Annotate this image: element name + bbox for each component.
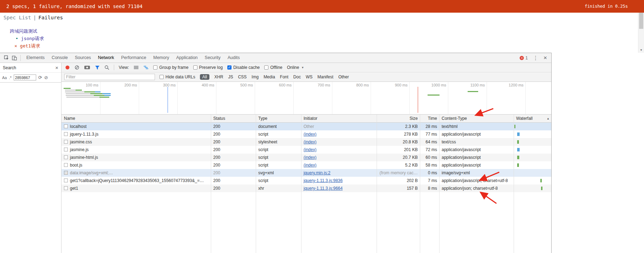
failures-link[interactable]: Failures: [38, 15, 63, 20]
timeline-gridline: [139, 82, 139, 114]
filter-type-js[interactable]: JS: [228, 74, 233, 79]
resource-icon: [64, 155, 68, 159]
search-input[interactable]: [14, 74, 36, 80]
timeline-label: 400 ms: [192, 83, 214, 87]
kebab-menu-icon[interactable]: ⋮: [533, 55, 538, 61]
cell-size: 201 KB: [377, 146, 420, 154]
cell-status: 200: [211, 154, 256, 161]
spec-link[interactable]: jsonp请求: [21, 36, 44, 41]
page-scrollbar[interactable]: ▼: [638, 13, 644, 53]
tab-application[interactable]: Application: [173, 53, 201, 63]
table-row[interactable]: get1?callback=jQuery11130462947928343506…: [61, 177, 551, 184]
error-count-badge[interactable]: × 1: [520, 56, 528, 60]
throttling-dropdown[interactable]: Online ▼: [287, 65, 304, 70]
filter-type-all[interactable]: All: [200, 74, 209, 80]
filter-type-doc[interactable]: Doc: [293, 74, 301, 79]
checkbox-disable-cache[interactable]: ✓Disable cache: [227, 65, 260, 70]
domcontentloaded-event-line: [168, 87, 168, 113]
cell-size: 202 B: [377, 177, 420, 184]
devtools-close-icon[interactable]: ×: [544, 54, 547, 61]
cell-content-type: image/svg+xml: [439, 169, 514, 177]
table-row[interactable]: jasmine-html.js200script(index)20.7 KB60…: [61, 154, 551, 161]
filter-type-css[interactable]: CSS: [238, 74, 247, 79]
clear-search-icon[interactable]: ⊘: [44, 75, 48, 80]
device-toolbar-icon[interactable]: [11, 54, 18, 62]
column-header-time[interactable]: Time: [420, 115, 439, 122]
initiator-link[interactable]: jquery.min.js:2: [304, 170, 330, 175]
hide-data-urls-checkbox[interactable]: Hide data URLs: [160, 74, 195, 79]
column-header-type[interactable]: Type: [256, 115, 301, 122]
checkbox-offline[interactable]: Offline: [264, 65, 282, 70]
column-header-size[interactable]: Size: [377, 115, 420, 122]
search-magnifier-icon[interactable]: [104, 65, 109, 70]
tab-security[interactable]: Security: [201, 53, 224, 63]
devtools-tabs: ElementsConsoleSourcesNetworkPerformance…: [23, 53, 243, 63]
initiator-link[interactable]: (index): [304, 147, 317, 152]
filter-type-font[interactable]: Font: [280, 74, 288, 79]
filter-type-other[interactable]: Other: [338, 74, 349, 79]
tab-audits[interactable]: Audits: [224, 53, 243, 63]
checkbox-box[interactable]: [160, 75, 164, 79]
table-row[interactable]: jasmine.css200stylesheet(index)20.8 KB64…: [61, 138, 551, 146]
screenshot-camera-icon[interactable]: [84, 65, 90, 70]
table-row[interactable]: data:image/svg+xml;…200svg+xmljquery.min…: [61, 169, 551, 177]
filter-input[interactable]: [64, 74, 155, 80]
table-row[interactable]: jquery-1.11.3.js200script(index)278 KB77…: [61, 130, 551, 138]
chevron-down-icon: ▼: [301, 66, 304, 69]
tab-elements[interactable]: Elements: [23, 53, 48, 63]
column-header-status[interactable]: Status: [211, 115, 256, 122]
checkbox-label: Group by frame: [159, 65, 188, 70]
match-case-toggle[interactable]: Aa: [2, 76, 7, 80]
refresh-icon[interactable]: ⟳: [38, 75, 42, 80]
cell-waterfall: [514, 177, 551, 184]
column-header-name[interactable]: Name: [61, 115, 211, 122]
clear-icon[interactable]: [74, 65, 79, 70]
page-scrollbar-thumb[interactable]: [639, 13, 643, 29]
table-row[interactable]: boot.js200script(index)5.2 KB58 msapplic…: [61, 161, 551, 169]
checkbox-group-by-frame[interactable]: Group by frame: [153, 65, 188, 70]
column-header-initiator[interactable]: Initiator: [301, 115, 377, 122]
column-header-waterfall[interactable]: Waterfall: [514, 115, 551, 122]
table-row[interactable]: get1200xhrjquery-1.11.3.js:9664157 B8 ms…: [61, 184, 551, 192]
filter-type-xhr[interactable]: XHR: [214, 74, 223, 79]
table-row[interactable]: localhost200documentOther2.3 KB28 mstext…: [61, 123, 551, 130]
checkbox-preserve-log[interactable]: Preserve log: [193, 65, 223, 70]
filter-type-media[interactable]: Media: [264, 74, 275, 79]
show-overview-icon[interactable]: [143, 65, 149, 70]
suite-link[interactable]: 跨域问题测试: [10, 28, 44, 34]
request-rows-view-icon[interactable]: [134, 65, 139, 70]
tab-network[interactable]: Network: [95, 53, 118, 63]
column-header-content-type[interactable]: Content-Type: [439, 115, 514, 122]
record-icon[interactable]: [65, 65, 70, 70]
filter-type-img[interactable]: Img: [252, 74, 259, 79]
initiator-link[interactable]: (index): [304, 132, 317, 137]
checkbox-box[interactable]: [264, 65, 268, 70]
checkbox-box[interactable]: [153, 65, 157, 70]
spec-item-failed[interactable]: ×get1请求: [15, 43, 44, 49]
filter-funnel-icon[interactable]: [95, 65, 100, 70]
tab-console[interactable]: Console: [48, 53, 71, 63]
tab-performance[interactable]: Performance: [118, 53, 150, 63]
initiator-link[interactable]: jquery-1.11.3.js:9836: [304, 178, 343, 183]
spec-item-passed[interactable]: •jsonp请求: [15, 35, 44, 42]
initiator-link[interactable]: (index): [304, 155, 317, 160]
tab-sources[interactable]: Sources: [71, 53, 95, 63]
table-row[interactable]: jasmine.js200script(index)201 KB72 msapp…: [61, 146, 551, 154]
spec-link[interactable]: get1请求: [20, 43, 40, 48]
inspect-element-icon[interactable]: [3, 54, 11, 62]
initiator-link[interactable]: jquery-1.11.3.js:9664: [304, 186, 343, 191]
scroll-down-icon[interactable]: ▼: [638, 47, 644, 53]
checkbox-box[interactable]: ✓: [227, 65, 232, 70]
initiator-link[interactable]: (index): [304, 140, 317, 144]
tab-memory[interactable]: Memory: [150, 53, 173, 63]
spec-list-link[interactable]: Spec List: [4, 15, 31, 20]
sort-ascending-icon[interactable]: ▲: [547, 117, 549, 120]
timeline-label: 800 ms: [346, 83, 369, 87]
search-close-icon[interactable]: ×: [55, 65, 58, 71]
checkbox-box[interactable]: [193, 65, 197, 70]
filter-type-manifest[interactable]: Manifest: [318, 74, 333, 79]
regex-toggle[interactable]: .*: [9, 76, 11, 80]
network-overview-timeline[interactable]: 100 ms200 ms300 ms400 ms500 ms600 ms700 …: [61, 82, 551, 115]
filter-type-ws[interactable]: WS: [306, 74, 312, 79]
initiator-link[interactable]: (index): [304, 163, 317, 168]
